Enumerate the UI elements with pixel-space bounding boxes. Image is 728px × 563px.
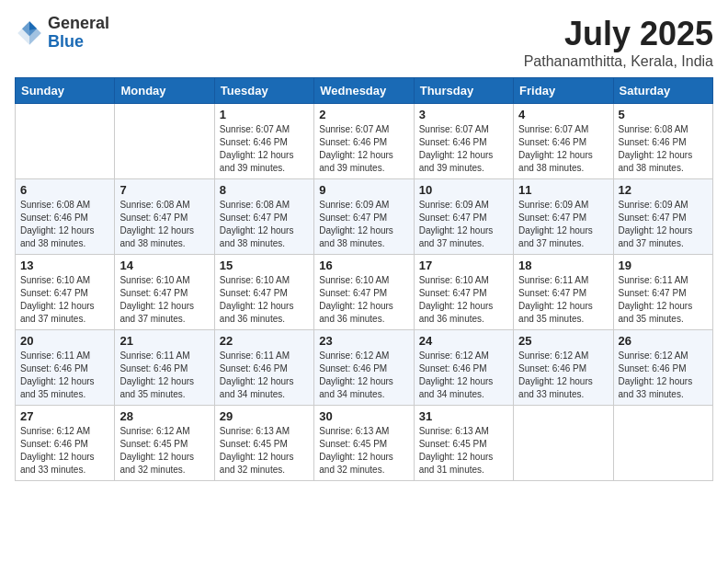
day-info: Sunrise: 6:07 AM Sunset: 6:46 PM Dayligh… [319, 123, 408, 175]
day-info: Sunrise: 6:11 AM Sunset: 6:47 PM Dayligh… [619, 274, 708, 326]
day-info: Sunrise: 6:10 AM Sunset: 6:47 PM Dayligh… [220, 274, 309, 326]
calendar-day-cell: 12Sunrise: 6:09 AM Sunset: 6:47 PM Dayli… [613, 179, 712, 255]
calendar-day-header: Monday [115, 78, 214, 104]
day-number: 23 [319, 334, 408, 348]
day-info: Sunrise: 6:07 AM Sunset: 6:46 PM Dayligh… [518, 123, 608, 175]
calendar-day-header: Saturday [613, 78, 712, 104]
day-number: 25 [518, 334, 608, 348]
day-info: Sunrise: 6:10 AM Sunset: 6:47 PM Dayligh… [419, 274, 508, 326]
day-number: 16 [319, 259, 408, 272]
day-info: Sunrise: 6:12 AM Sunset: 6:45 PM Dayligh… [119, 425, 209, 477]
day-number: 28 [119, 409, 209, 423]
logo-blue: Blue [48, 32, 84, 51]
day-info: Sunrise: 6:08 AM Sunset: 6:47 PM Dayligh… [220, 199, 309, 250]
calendar-day-cell: 20Sunrise: 6:11 AM Sunset: 6:46 PM Dayli… [16, 330, 115, 406]
calendar-day-cell: 25Sunrise: 6:12 AM Sunset: 6:46 PM Dayli… [514, 330, 613, 406]
title-block: July 2025 Pathanamthitta, Kerala, India [524, 15, 713, 70]
day-number: 21 [119, 334, 209, 348]
day-number: 3 [419, 108, 508, 121]
day-info: Sunrise: 6:11 AM Sunset: 6:46 PM Dayligh… [119, 350, 209, 401]
day-number: 30 [319, 409, 408, 423]
calendar-day-cell: 28Sunrise: 6:12 AM Sunset: 6:45 PM Dayli… [115, 406, 214, 481]
day-number: 6 [20, 183, 109, 197]
day-number: 17 [419, 259, 508, 272]
day-info: Sunrise: 6:12 AM Sunset: 6:46 PM Dayligh… [20, 425, 109, 477]
calendar-week-row: 20Sunrise: 6:11 AM Sunset: 6:46 PM Dayli… [16, 330, 713, 406]
calendar-day-cell: 8Sunrise: 6:08 AM Sunset: 6:47 PM Daylig… [214, 179, 313, 255]
logo-general: General [48, 14, 109, 32]
calendar-day-cell: 18Sunrise: 6:11 AM Sunset: 6:47 PM Dayli… [514, 255, 613, 330]
day-info: Sunrise: 6:07 AM Sunset: 6:46 PM Dayligh… [220, 123, 309, 175]
day-number: 13 [20, 259, 109, 272]
day-number: 18 [518, 259, 608, 272]
calendar-day-cell: 19Sunrise: 6:11 AM Sunset: 6:47 PM Dayli… [613, 255, 712, 330]
day-number: 2 [319, 108, 408, 121]
calendar-day-cell: 23Sunrise: 6:12 AM Sunset: 6:46 PM Dayli… [314, 330, 414, 406]
calendar-table: SundayMondayTuesdayWednesdayThursdayFrid… [15, 77, 713, 481]
calendar-day-cell: 2Sunrise: 6:07 AM Sunset: 6:46 PM Daylig… [314, 104, 414, 179]
calendar-day-cell: 13Sunrise: 6:10 AM Sunset: 6:47 PM Dayli… [16, 255, 115, 330]
calendar-day-cell: 9Sunrise: 6:09 AM Sunset: 6:47 PM Daylig… [314, 179, 414, 255]
day-info: Sunrise: 6:09 AM Sunset: 6:47 PM Dayligh… [319, 199, 408, 250]
day-number: 15 [220, 259, 309, 272]
calendar-day-cell: 21Sunrise: 6:11 AM Sunset: 6:46 PM Dayli… [115, 330, 214, 406]
calendar-day-cell: 7Sunrise: 6:08 AM Sunset: 6:47 PM Daylig… [115, 179, 214, 255]
location-title: Pathanamthitta, Kerala, India [524, 53, 713, 70]
calendar-day-cell [613, 406, 712, 481]
day-number: 14 [119, 259, 209, 272]
day-number: 26 [619, 334, 708, 348]
day-info: Sunrise: 6:12 AM Sunset: 6:46 PM Dayligh… [319, 350, 408, 401]
day-number: 29 [220, 409, 309, 423]
calendar-day-cell: 27Sunrise: 6:12 AM Sunset: 6:46 PM Dayli… [16, 406, 115, 481]
day-number: 22 [220, 334, 309, 348]
day-number: 27 [20, 409, 109, 423]
calendar-week-row: 27Sunrise: 6:12 AM Sunset: 6:46 PM Dayli… [16, 406, 713, 481]
day-info: Sunrise: 6:11 AM Sunset: 6:46 PM Dayligh… [220, 350, 309, 401]
calendar-day-cell: 4Sunrise: 6:07 AM Sunset: 6:46 PM Daylig… [514, 104, 613, 179]
calendar-day-cell: 14Sunrise: 6:10 AM Sunset: 6:47 PM Dayli… [115, 255, 214, 330]
calendar-day-cell: 30Sunrise: 6:13 AM Sunset: 6:45 PM Dayli… [314, 406, 414, 481]
calendar-day-cell: 6Sunrise: 6:08 AM Sunset: 6:46 PM Daylig… [16, 179, 115, 255]
day-info: Sunrise: 6:09 AM Sunset: 6:47 PM Dayligh… [518, 199, 608, 250]
page-header: General Blue July 2025 Pathanamthitta, K… [15, 15, 713, 70]
day-info: Sunrise: 6:07 AM Sunset: 6:46 PM Dayligh… [419, 123, 508, 175]
calendar-day-cell: 3Sunrise: 6:07 AM Sunset: 6:46 PM Daylig… [414, 104, 513, 179]
day-number: 8 [220, 183, 309, 197]
day-info: Sunrise: 6:13 AM Sunset: 6:45 PM Dayligh… [220, 425, 309, 477]
calendar-day-cell: 24Sunrise: 6:12 AM Sunset: 6:46 PM Dayli… [414, 330, 513, 406]
calendar-day-header: Friday [514, 78, 613, 104]
day-number: 24 [419, 334, 508, 348]
day-info: Sunrise: 6:08 AM Sunset: 6:46 PM Dayligh… [619, 123, 708, 175]
calendar-week-row: 13Sunrise: 6:10 AM Sunset: 6:47 PM Dayli… [16, 255, 713, 330]
calendar-week-row: 1Sunrise: 6:07 AM Sunset: 6:46 PM Daylig… [16, 104, 713, 179]
calendar-day-cell [115, 104, 214, 179]
calendar-day-cell: 26Sunrise: 6:12 AM Sunset: 6:46 PM Dayli… [613, 330, 712, 406]
day-number: 9 [319, 183, 408, 197]
calendar-day-cell: 22Sunrise: 6:11 AM Sunset: 6:46 PM Dayli… [214, 330, 313, 406]
day-info: Sunrise: 6:08 AM Sunset: 6:47 PM Dayligh… [119, 199, 209, 250]
logo-text: General Blue [48, 15, 109, 52]
day-number: 11 [518, 183, 608, 197]
day-info: Sunrise: 6:12 AM Sunset: 6:46 PM Dayligh… [419, 350, 508, 401]
day-number: 12 [619, 183, 708, 197]
day-info: Sunrise: 6:08 AM Sunset: 6:46 PM Dayligh… [20, 199, 109, 250]
day-info: Sunrise: 6:10 AM Sunset: 6:47 PM Dayligh… [119, 274, 209, 326]
day-info: Sunrise: 6:10 AM Sunset: 6:47 PM Dayligh… [319, 274, 408, 326]
calendar-day-cell: 31Sunrise: 6:13 AM Sunset: 6:45 PM Dayli… [414, 406, 513, 481]
svg-marker-3 [29, 21, 37, 30]
calendar-day-cell [514, 406, 613, 481]
calendar-day-header: Wednesday [314, 78, 414, 104]
calendar-day-cell: 1Sunrise: 6:07 AM Sunset: 6:46 PM Daylig… [214, 104, 313, 179]
calendar-day-header: Thursday [414, 78, 513, 104]
calendar-day-cell: 5Sunrise: 6:08 AM Sunset: 6:46 PM Daylig… [613, 104, 712, 179]
calendar-header-row: SundayMondayTuesdayWednesdayThursdayFrid… [16, 78, 713, 104]
calendar-week-row: 6Sunrise: 6:08 AM Sunset: 6:46 PM Daylig… [16, 179, 713, 255]
day-number: 20 [20, 334, 109, 348]
calendar-day-cell [16, 104, 115, 179]
calendar-day-cell: 16Sunrise: 6:10 AM Sunset: 6:47 PM Dayli… [314, 255, 414, 330]
day-number: 7 [119, 183, 209, 197]
day-info: Sunrise: 6:11 AM Sunset: 6:46 PM Dayligh… [20, 350, 109, 401]
day-info: Sunrise: 6:12 AM Sunset: 6:46 PM Dayligh… [619, 350, 708, 401]
day-info: Sunrise: 6:11 AM Sunset: 6:47 PM Dayligh… [518, 274, 608, 326]
day-number: 5 [619, 108, 708, 121]
